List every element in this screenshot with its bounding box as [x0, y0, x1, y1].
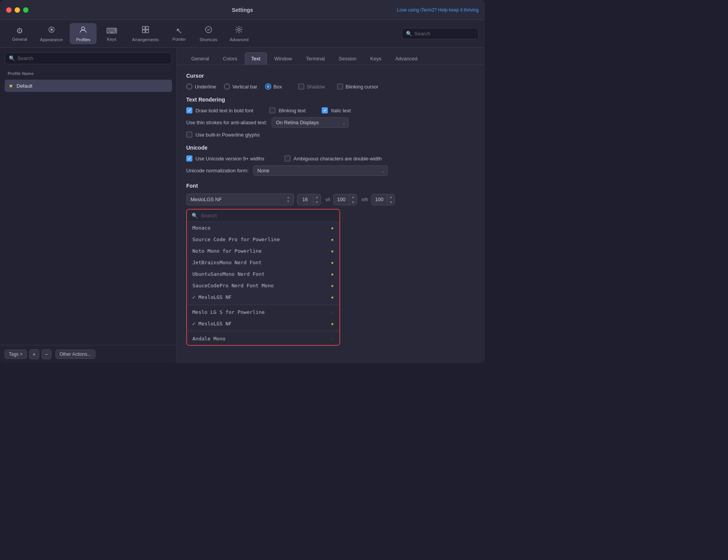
svg-rect-5	[142, 30, 145, 33]
shadow-checkbox[interactable]	[298, 83, 304, 90]
unicode-widths-row[interactable]: Use Unicode version 9+ widths	[186, 155, 264, 162]
draw-bold-checkbox-row[interactable]: Draw bold text in bold font	[186, 107, 253, 113]
font-star-icon: ★	[331, 271, 334, 277]
font-size-arrows: ▲ ▼	[313, 194, 321, 205]
close-button[interactable]	[6, 7, 12, 13]
help-link[interactable]: Love using iTerm2? Help keep it thriving	[397, 7, 479, 13]
font-item-sourcecode[interactable]: Source Code Pro for Powerline ★	[187, 233, 339, 245]
sidebar-search-box[interactable]: 🔍	[5, 52, 172, 64]
blinking-text-label: Blinking text	[279, 108, 306, 113]
toolbar-item-shortcuts[interactable]: Shortcuts	[194, 23, 222, 44]
window-title: Settings	[232, 7, 253, 13]
svg-rect-6	[146, 30, 149, 33]
font-hspacing-stepper[interactable]: 100 ▲ ▼	[371, 194, 395, 205]
normalization-dropdown[interactable]: None NFC NFD NFKC NFKD	[253, 165, 388, 176]
font-hspacing-up[interactable]: ▲	[387, 194, 395, 200]
tags-button[interactable]: Tags >	[5, 350, 27, 359]
font-item-jetbrains[interactable]: JetBrainsMono Nerd Font ★	[187, 257, 339, 268]
font-search-input[interactable]	[201, 213, 335, 218]
draw-bold-checkbox[interactable]	[186, 107, 192, 113]
toolbar-item-pointer[interactable]: ↖ Pointer	[165, 24, 192, 44]
cursor-box-radio[interactable]	[265, 83, 271, 90]
font-regular-section: Meslo LG S for Powerline ☆ ✓ MesloLGS NF…	[187, 306, 339, 329]
font-vspacing-input[interactable]: 100	[334, 195, 349, 204]
font-vspacing-stepper[interactable]: 100 ▲ ▼	[333, 194, 357, 205]
titlebar: Settings Love using iTerm2? Help keep it…	[0, 0, 485, 20]
cursor-box[interactable]: Box	[265, 83, 282, 90]
font-search-box[interactable]: 🔍	[187, 210, 339, 222]
blinking-text-checkbox[interactable]	[269, 107, 276, 113]
ambiguous-checkbox-row[interactable]: Ambiguous characters are double-width	[284, 155, 382, 162]
toolbar-item-arrangements[interactable]: Arrangements	[127, 23, 164, 44]
font-item-name: Source Code Pro for Powerline	[192, 237, 280, 242]
unicode-widths-checkbox[interactable]	[186, 155, 192, 162]
font-item-meslolgs-fav[interactable]: ✓ MesloLGS NF ★	[187, 291, 339, 303]
font-item-meslolgs-reg[interactable]: ✓ MesloLGS NF ★	[187, 318, 339, 329]
font-item-name: MesloLGS NF	[199, 294, 232, 300]
tab-terminal[interactable]: Terminal	[299, 52, 331, 65]
unicode-section-title: Unicode	[186, 145, 476, 151]
tab-advanced[interactable]: Advanced	[389, 52, 424, 65]
tab-text[interactable]: Text	[245, 52, 267, 65]
font-item-monaco[interactable]: Monaco ★	[187, 222, 339, 233]
font-size-stepper[interactable]: 16 ▲ ▼	[297, 194, 321, 205]
powerline-checkbox[interactable]	[186, 132, 192, 138]
toolbar-item-keys[interactable]: ⌨ Keys	[98, 24, 125, 44]
font-item-meslo-s[interactable]: Meslo LG S for Powerline ☆	[187, 306, 339, 318]
font-hspacing-down[interactable]: ▼	[387, 200, 395, 205]
font-item-name: Monaco	[192, 225, 210, 231]
cursor-underline[interactable]: Underline	[186, 83, 216, 90]
tab-window[interactable]: Window	[268, 52, 299, 65]
blinking-cursor-row[interactable]: Blinking cursor	[337, 83, 378, 90]
toolbar-item-general[interactable]: ⚙ General	[6, 24, 33, 44]
minimize-button[interactable]	[15, 7, 20, 13]
unicode-widths-label: Use Unicode version 9+ widths	[195, 156, 264, 162]
cursor-box-label: Box	[274, 84, 282, 90]
cursor-underline-radio[interactable]	[186, 83, 192, 90]
powerline-checkbox-row[interactable]: Use built-in Powerline glyphs	[186, 132, 260, 138]
toolbar-search-box[interactable]: 🔍	[402, 28, 479, 39]
toolbar-label-keys: Keys	[107, 37, 116, 42]
font-item-noto[interactable]: Noto Mono for Powerline ★	[187, 245, 339, 257]
font-vspacing-down[interactable]: ▼	[349, 200, 357, 205]
tab-colors[interactable]: Colors	[216, 52, 244, 65]
font-star-icon: ★	[331, 236, 334, 242]
sidebar-search-input[interactable]	[17, 55, 168, 61]
font-size-input[interactable]: 16	[297, 195, 313, 204]
font-item-ubuntu[interactable]: UbuntuSansMono Nerd Font ★	[187, 268, 339, 280]
font-size-up[interactable]: ▲	[313, 194, 321, 200]
toolbar: ⚙ General Appearance Profiles ⌨ Keys Arr…	[0, 20, 485, 48]
italic-text-checkbox-row[interactable]: Italic text	[322, 107, 351, 113]
font-size-down[interactable]: ▼	[313, 200, 321, 205]
add-profile-button[interactable]: +	[29, 349, 39, 359]
font-hspacing-arrows: ▲ ▼	[387, 194, 395, 205]
toolbar-item-advanced[interactable]: Advanced	[224, 23, 254, 44]
font-vspacing-arrows: ▲ ▼	[349, 194, 357, 205]
toolbar-label-advanced: Advanced	[230, 37, 249, 42]
tabs-bar: General Colors Text Window Terminal Sess…	[177, 48, 485, 65]
other-actions-button[interactable]: Other Actions...	[55, 350, 95, 359]
thin-strokes-dropdown[interactable]: On Retina Displays Always Never On Non-R…	[272, 117, 349, 128]
cursor-vertical-bar[interactable]: Vertical bar	[224, 83, 257, 90]
tab-general[interactable]: General	[185, 52, 215, 65]
maximize-button[interactable]	[23, 7, 28, 13]
font-vspacing-up[interactable]: ▲	[349, 194, 357, 200]
font-name-dropdown[interactable]: MesloLGS NF ▲ ▼	[186, 193, 294, 205]
tab-keys[interactable]: Keys	[364, 52, 388, 65]
ambiguous-checkbox[interactable]	[284, 155, 291, 162]
font-item-andale[interactable]: Andale Mono ☆	[187, 333, 339, 344]
blinking-cursor-checkbox[interactable]	[337, 83, 343, 90]
remove-profile-button[interactable]: −	[42, 349, 52, 359]
font-hspacing-input[interactable]: 100	[372, 195, 387, 204]
font-item-saucecode[interactable]: SauceCodePro Nerd Font Mono ★	[187, 280, 339, 291]
font-item-anonymous[interactable]: Anonymous Pro for Powerline ☆	[187, 344, 339, 345]
profile-item-default[interactable]: ★ Default	[5, 80, 172, 92]
toolbar-item-profiles[interactable]: Profiles	[70, 23, 97, 44]
toolbar-item-appearance[interactable]: Appearance	[35, 23, 68, 44]
blinking-text-checkbox-row[interactable]: Blinking text	[269, 107, 306, 113]
italic-text-checkbox[interactable]	[322, 107, 328, 113]
cursor-verticalbar-radio[interactable]	[224, 83, 230, 90]
tab-session[interactable]: Session	[332, 52, 363, 65]
font-check-mark: ✓	[192, 294, 195, 300]
toolbar-search-input[interactable]	[414, 31, 474, 37]
